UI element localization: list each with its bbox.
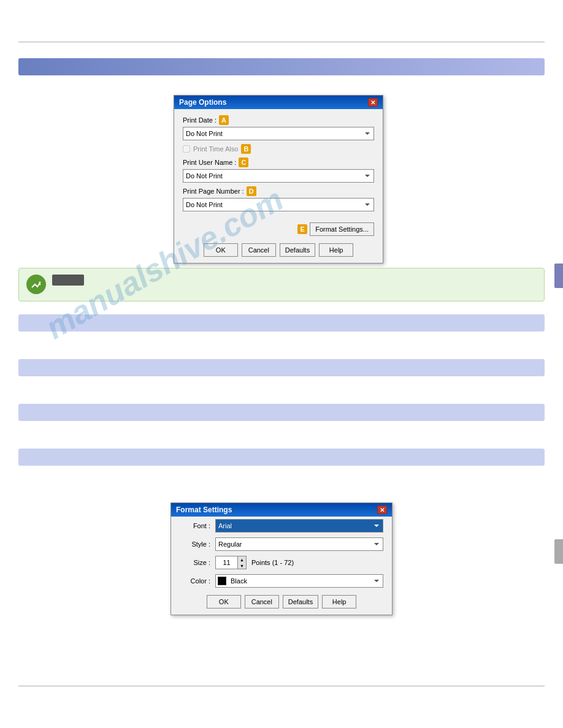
format-settings-row: E Format Settings... <box>174 220 383 238</box>
format-settings-buttons: OK Cancel Defaults Help <box>171 590 392 615</box>
print-pagenumber-badge: D <box>247 186 256 196</box>
format-settings-close-button[interactable]: ✕ <box>377 506 387 514</box>
page-options-buttons: OK Cancel Defaults Help <box>174 238 383 263</box>
page-options-cancel-button[interactable]: Cancel <box>242 243 276 257</box>
page-options-title: Page Options <box>179 98 226 107</box>
page-options-close-button[interactable]: ✕ <box>368 98 378 107</box>
header-bar <box>18 58 545 75</box>
content-white-1 <box>18 332 545 359</box>
format-cancel-button[interactable]: Cancel <box>245 595 279 609</box>
size-row: Size : ▲ ▼ Points (1 - 72) <box>171 553 392 572</box>
print-date-label: Print Date : A <box>183 115 374 125</box>
format-settings-titlebar: Format Settings ✕ <box>171 503 392 517</box>
print-time-also-checkbox[interactable] <box>183 145 190 153</box>
color-select[interactable]: Black <box>215 574 383 588</box>
page-options-help-button[interactable]: Help <box>319 243 353 257</box>
format-settings-dialog: Format Settings ✕ Font : Arial Style : R… <box>170 502 393 615</box>
color-select-wrapper: Black <box>215 574 383 588</box>
content-section-2 <box>18 359 545 376</box>
print-time-badge: B <box>241 144 251 154</box>
note-icon <box>26 275 46 294</box>
print-username-label: Print User Name : C <box>183 157 374 167</box>
right-sidebar-tab-2[interactable] <box>554 539 563 564</box>
svg-point-0 <box>39 282 41 284</box>
size-input-wrapper: ▲ ▼ <box>215 556 247 569</box>
content-section-4 <box>18 449 545 466</box>
content-section-1 <box>18 314 545 332</box>
page-options-ok-button[interactable]: OK <box>204 243 238 257</box>
print-time-also-row: Print Time Also B <box>183 144 374 154</box>
style-select[interactable]: Regular <box>215 537 383 551</box>
style-row: Style : Regular <box>171 535 392 553</box>
top-divider <box>18 42 545 42</box>
style-label: Style : <box>180 540 210 548</box>
size-spinner: ▲ ▼ <box>237 556 246 569</box>
color-row: Color : Black <box>171 572 392 590</box>
format-settings-button[interactable]: Format Settings... <box>310 222 374 236</box>
print-date-badge: A <box>219 115 229 125</box>
print-pagenumber-select[interactable]: Do Not Print <box>183 198 374 211</box>
note-box <box>18 268 545 301</box>
print-date-select[interactable]: Do Not Print <box>183 127 374 140</box>
page-options-defaults-button[interactable]: Defaults <box>280 243 315 257</box>
content-section-3 <box>18 404 545 421</box>
format-settings-title: Format Settings <box>176 506 232 514</box>
format-help-button[interactable]: Help <box>322 595 356 609</box>
size-hint: Points (1 - 72) <box>251 559 294 566</box>
page-options-titlebar: Page Options ✕ <box>174 96 383 109</box>
font-row: Font : Arial <box>171 517 392 535</box>
page-options-dialog: Page Options ✕ Print Date : A Do Not Pri… <box>174 95 383 264</box>
color-swatch <box>218 577 226 585</box>
print-username-badge: C <box>239 157 248 167</box>
format-settings-badge: E <box>297 224 307 234</box>
note-text-block <box>52 275 84 286</box>
print-time-also-label: Print Time Also <box>193 145 238 153</box>
right-sidebar-tab-1[interactable] <box>554 264 563 288</box>
size-up-button[interactable]: ▲ <box>237 556 246 563</box>
note-dark-bar <box>52 275 84 286</box>
print-username-select[interactable]: Do Not Print <box>183 169 374 183</box>
content-white-2 <box>18 376 545 404</box>
size-label: Size : <box>180 559 210 566</box>
size-down-button[interactable]: ▼ <box>237 563 246 569</box>
format-ok-button[interactable]: OK <box>207 595 241 609</box>
font-select[interactable]: Arial <box>215 519 383 533</box>
content-white-3 <box>18 421 545 449</box>
format-defaults-button[interactable]: Defaults <box>283 595 318 609</box>
content-white-4 <box>18 466 545 493</box>
size-input[interactable] <box>216 556 237 569</box>
print-pagenumber-label: Print Page Number : D <box>183 186 374 196</box>
color-label: Color : <box>180 577 210 585</box>
font-label: Font : <box>180 522 210 529</box>
bottom-divider <box>18 686 545 686</box>
